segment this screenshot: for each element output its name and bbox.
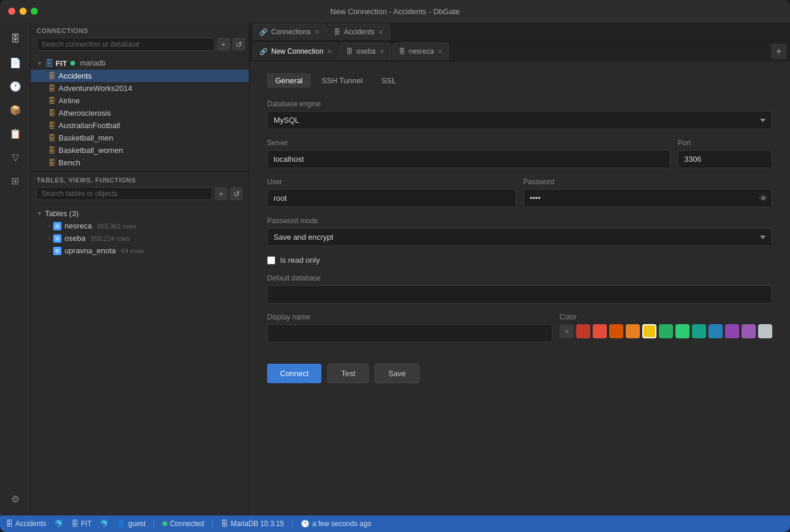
read-only-checkbox[interactable] xyxy=(267,256,275,265)
default-database-label: Default database xyxy=(267,274,772,282)
tab-close-connections[interactable]: ✕ xyxy=(314,29,320,35)
tables-search-input[interactable] xyxy=(37,187,212,200)
tables-group-label: Tables (3) xyxy=(45,209,79,218)
db-item-bench[interactable]: 🗄 Bench xyxy=(31,156,249,169)
sub-tab-ssl[interactable]: SSL xyxy=(373,73,405,88)
db-icon: 🗄 xyxy=(48,97,56,105)
tab-connections[interactable]: 🔗 Connections ✕ xyxy=(253,24,326,40)
db-item-atherosclerosis[interactable]: 🗄 Atherosclerosis xyxy=(31,107,249,119)
default-database-input[interactable] xyxy=(267,285,772,303)
table-item-upravna-enota[interactable]: › ⊞ upravna_enota 64 rows xyxy=(31,244,249,257)
password-mode-select[interactable]: Save and encrypt Save plain Ask on conne… xyxy=(267,228,772,246)
nav-files[interactable]: 📄 xyxy=(5,52,26,73)
db-item-adventureworks[interactable]: 🗄 AdventureWorks2014 xyxy=(31,82,249,94)
sub-tab-general[interactable]: General xyxy=(267,73,311,88)
db-item-basketball-men[interactable]: 🗄 Basketball_men xyxy=(31,132,249,144)
nav-database[interactable]: 🗄 xyxy=(5,28,26,50)
test-button[interactable]: Test xyxy=(327,364,369,383)
maximize-window-btn[interactable] xyxy=(31,8,38,15)
db-item-airline[interactable]: 🗄 Airline xyxy=(31,94,249,107)
engine-label: mariadb xyxy=(80,59,105,67)
toggle-password-btn[interactable]: 👁 xyxy=(759,194,768,203)
nav-settings[interactable]: ⚙ xyxy=(5,488,26,510)
status-db-name: Accidents xyxy=(15,520,46,528)
color-swatch-yellow[interactable] xyxy=(642,324,656,338)
tab-new-connection[interactable]: 🔗 New Connection ✕ xyxy=(253,43,339,60)
connected-dot xyxy=(162,521,167,526)
connect-button[interactable]: Connect xyxy=(267,364,321,383)
tables-add-btn[interactable]: + xyxy=(214,187,227,200)
server-port-row: Server Port xyxy=(267,139,772,178)
add-tab-btn[interactable]: + xyxy=(771,44,786,59)
user-label: User xyxy=(267,178,516,186)
color-swatch-purple[interactable] xyxy=(742,324,756,338)
tables-refresh-btn[interactable]: ↺ xyxy=(230,187,243,200)
sub-tab-ssh-tunnel[interactable]: SSH Tunnel xyxy=(313,73,370,88)
color-swatch-blue[interactable] xyxy=(708,324,723,338)
tab-accidents[interactable]: 🗄 Accidents ✕ xyxy=(327,24,390,40)
table-grid-icon: ⊞ xyxy=(53,247,61,255)
nav-archive[interactable]: 📦 xyxy=(5,99,26,120)
db-engine-select[interactable]: MySQL PostgreSQL SQLite MongoDB xyxy=(267,111,772,129)
traffic-lights xyxy=(8,8,38,15)
color-swatch-red[interactable] xyxy=(593,324,607,338)
read-only-row: Is read only xyxy=(267,256,772,265)
tables-header: TABLES, VIEWS, FUNCTIONS + ↺ xyxy=(31,172,249,205)
db-item-accidents[interactable]: 🗄 Accidents xyxy=(31,70,249,82)
connections-add-btn[interactable]: + xyxy=(217,38,230,51)
display-name-group: Display name xyxy=(267,313,552,342)
tab-oseba[interactable]: 🗄 oseba ✕ xyxy=(340,43,391,60)
status-db[interactable]: 🗄 Accidents xyxy=(6,520,46,528)
connections-search-input[interactable] xyxy=(37,38,214,51)
user-input[interactable] xyxy=(267,189,516,207)
password-input[interactable] xyxy=(524,189,773,207)
db-icon: 🗄 xyxy=(48,84,56,93)
engine-icon: 🗄 xyxy=(221,520,228,528)
color-swatch-teal[interactable] xyxy=(692,324,706,338)
read-only-label: Is read only xyxy=(280,256,320,265)
minimize-window-btn[interactable] xyxy=(19,8,27,15)
table-grid-icon: ⊞ xyxy=(53,234,61,243)
color-swatch-darkpurple[interactable] xyxy=(725,324,739,338)
connection-group-fit[interactable]: ▼ 🗄 FIT mariadb xyxy=(31,57,249,70)
tab-close-nesreca[interactable]: ✕ xyxy=(437,48,443,55)
close-window-btn[interactable] xyxy=(8,8,15,15)
oseba-tab-icon: 🗄 xyxy=(346,48,353,55)
server-input[interactable] xyxy=(267,150,671,168)
nav-clipboard[interactable]: 📋 xyxy=(5,123,26,144)
table-name: oseba xyxy=(64,234,85,243)
connections-refresh-btn[interactable]: ↺ xyxy=(232,38,245,51)
color-swatch-darkorange[interactable] xyxy=(609,324,623,338)
tab-nesreca[interactable]: 🗄 nesreca ✕ xyxy=(392,43,450,60)
status-connection[interactable]: 🗄 FIT xyxy=(71,520,92,528)
color-swatch-orange[interactable] xyxy=(626,324,640,338)
tab-close-accidents[interactable]: ✕ xyxy=(378,29,383,35)
status-db-icon-extra[interactable]: 🐬 xyxy=(54,520,63,528)
status-user[interactable]: 👤 guest xyxy=(117,520,145,528)
tab-close-new-connection[interactable]: ✕ xyxy=(327,48,332,55)
save-button[interactable]: Save xyxy=(375,364,420,383)
status-icon-extra[interactable]: 🐬 xyxy=(100,520,109,528)
db-item-name: Basketball_women xyxy=(58,146,123,155)
nav-history[interactable]: 🕐 xyxy=(5,76,26,97)
tab-close-oseba[interactable]: ✕ xyxy=(379,48,385,55)
color-none[interactable]: ✕ xyxy=(560,324,574,338)
tables-group[interactable]: ▼ Tables (3) xyxy=(31,207,249,220)
db-icon: 🗄 xyxy=(48,72,56,80)
icon-rail: 🗄 📄 🕐 📦 📋 ▽ ⊞ ⚙ xyxy=(0,22,31,515)
table-item-oseba[interactable]: › ⊞ oseba 950,224 rows xyxy=(31,232,249,244)
color-swatch-darkgreen[interactable] xyxy=(659,324,673,338)
nav-filter[interactable]: ▽ xyxy=(5,146,26,168)
status-bar: 🗄 Accidents 🐬 🗄 FIT 🐬 👤 guest Connected … xyxy=(0,515,790,532)
color-swatch-darkred[interactable] xyxy=(576,324,590,338)
table-item-nesreca[interactable]: › ⊞ nesreca 503,362 rows xyxy=(31,220,249,232)
color-swatch-green[interactable] xyxy=(675,324,690,338)
display-name-input[interactable] xyxy=(267,324,552,342)
chevron-right-icon: › xyxy=(48,223,50,229)
port-input[interactable] xyxy=(678,150,772,168)
db-item-australianfootball[interactable]: 🗄 AustralianFootball xyxy=(31,119,249,132)
nav-layers[interactable]: ⊞ xyxy=(5,170,26,191)
db-item-basketball-women[interactable]: 🗄 Basketball_women xyxy=(31,144,249,156)
color-swatch-gray[interactable] xyxy=(758,324,772,338)
default-database-group: Default database xyxy=(267,274,772,303)
